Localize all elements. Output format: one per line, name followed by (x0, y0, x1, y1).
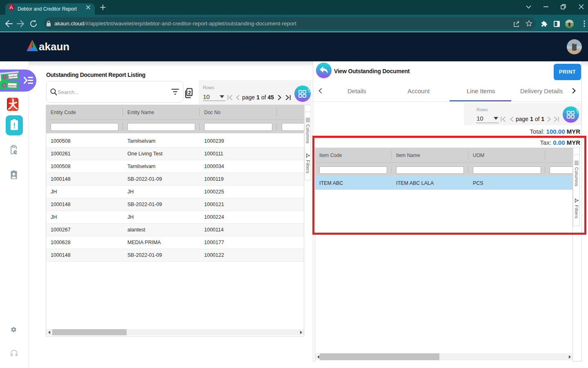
svg-text:Debtors: Debtors (8, 84, 16, 87)
svg-text:2: 2 (188, 90, 191, 96)
